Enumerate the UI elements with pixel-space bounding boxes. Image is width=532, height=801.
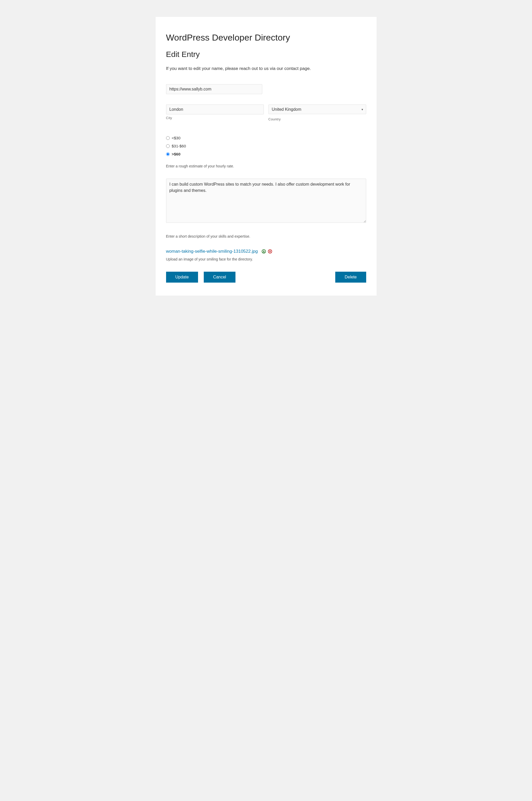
country-select[interactable]: United Kingdom [268, 105, 366, 114]
intro-text: If you want to edit your name, please re… [166, 66, 366, 71]
delete-button[interactable]: Delete [335, 272, 366, 283]
description-group: I can build custom WordPress sites to ma… [166, 179, 366, 224]
button-row: Update Cancel Delete [166, 272, 366, 283]
cancel-button[interactable]: Cancel [204, 272, 235, 283]
website-input[interactable] [166, 84, 262, 94]
country-col: United Kingdom Country [268, 105, 366, 121]
rate-radio-2[interactable] [166, 152, 170, 156]
delete-file-icon[interactable] [268, 249, 272, 254]
country-label: Country [268, 117, 366, 121]
city-col: City [166, 105, 264, 121]
page-title: WordPress Developer Directory [166, 33, 366, 43]
rate-label-2: >$60 [172, 152, 180, 156]
image-help: Upload an image of your smiling face for… [166, 257, 366, 261]
city-label: City [166, 116, 264, 120]
rate-radio-0[interactable] [166, 136, 170, 140]
download-icon[interactable] [262, 249, 266, 254]
rate-option-0: <$30 [166, 136, 366, 140]
file-icons [262, 249, 272, 254]
rate-radio-group: <$30 $31-$60 >$60 [166, 136, 366, 156]
rate-label-1: $31-$60 [172, 144, 186, 148]
city-input[interactable] [166, 105, 264, 114]
update-button[interactable]: Update [166, 272, 198, 283]
file-row: woman-taking-selfie-while-smiling-131052… [166, 249, 366, 254]
rate-label-0: <$30 [172, 136, 180, 140]
location-row: City United Kingdom Country [166, 105, 366, 121]
form-container: WordPress Developer Directory Edit Entry… [156, 17, 377, 296]
rate-option-1: $31-$60 [166, 144, 366, 148]
description-textarea[interactable]: I can build custom WordPress sites to ma… [166, 179, 366, 223]
description-help: Enter a short description of your skills… [166, 234, 366, 238]
website-group [166, 84, 366, 94]
file-link[interactable]: woman-taking-selfie-while-smiling-131052… [166, 249, 258, 254]
rate-option-2: >$60 [166, 152, 366, 156]
rate-radio-1[interactable] [166, 144, 170, 148]
rate-help: Enter a rough estimate of your hourly ra… [166, 164, 366, 168]
page-subtitle: Edit Entry [166, 50, 366, 59]
